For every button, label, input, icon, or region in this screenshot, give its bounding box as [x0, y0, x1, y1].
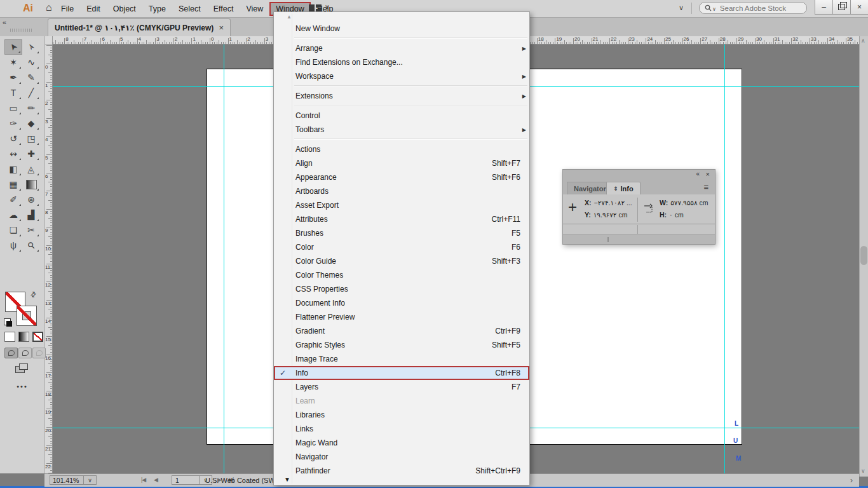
- none-button[interactable]: [32, 332, 43, 342]
- minimize-button[interactable]: –: [815, 0, 833, 15]
- swap-fill-stroke-icon[interactable]: ⇄: [29, 290, 39, 300]
- color-button[interactable]: [4, 332, 15, 342]
- tab-info[interactable]: ⇕Info: [606, 182, 641, 194]
- restore-button[interactable]: [832, 0, 851, 15]
- guide-vertical-right[interactable]: [724, 44, 725, 473]
- menu-item-find-extensions-on-exchange[interactable]: Find Extensions on Exchange...: [274, 55, 529, 69]
- panel-close-icon[interactable]: ×: [706, 170, 710, 178]
- menubar-item-edit[interactable]: Edit: [80, 2, 107, 16]
- lasso-tool[interactable]: ∿: [22, 55, 40, 70]
- menu-item-gradient[interactable]: GradientCtrl+F9: [274, 324, 529, 338]
- menubar-item-select[interactable]: Select: [172, 2, 207, 16]
- workspace-chevron-icon[interactable]: ∨: [325, 3, 329, 10]
- rectangle-tool[interactable]: ▭: [4, 100, 22, 116]
- menu-item-toolbars[interactable]: Toolbars▶: [274, 123, 529, 137]
- close-button[interactable]: ×: [850, 0, 868, 15]
- rotate-tool[interactable]: ↺: [4, 131, 22, 146]
- menu-item-image-trace[interactable]: Image Trace: [274, 352, 529, 366]
- collapse-panel-icon[interactable]: «: [3, 18, 6, 26]
- menu-item-control[interactable]: Control: [274, 109, 529, 123]
- menu-item-align[interactable]: AlignShift+F7: [274, 156, 529, 170]
- tab-close-icon[interactable]: ×: [219, 23, 224, 32]
- draw-normal-button[interactable]: [4, 348, 18, 358]
- menubar-item-file[interactable]: File: [55, 2, 80, 16]
- menu-item-color-themes[interactable]: Color Themes: [274, 268, 529, 282]
- menu-item-attributes[interactable]: AttributesCtrl+F11: [274, 212, 529, 226]
- guide-vertical-left[interactable]: [224, 44, 224, 473]
- edit-toolbar-button[interactable]: •••: [0, 383, 44, 390]
- perspective-grid-tool[interactable]: ◬: [22, 161, 40, 177]
- stroke-swatch[interactable]: [17, 306, 37, 326]
- scroll-down-icon[interactable]: ∨: [861, 468, 865, 474]
- menu-item-workspace[interactable]: Workspace▶: [274, 69, 529, 83]
- menu-item-navigator[interactable]: Navigator: [274, 450, 529, 464]
- eyedropper-tool[interactable]: ✐: [4, 192, 22, 207]
- direct-selection-tool[interactable]: ➢: [22, 39, 40, 55]
- screen-mode-button[interactable]: [15, 363, 28, 373]
- menu-item-color[interactable]: ColorF6: [274, 240, 529, 254]
- type-tool[interactable]: T: [4, 85, 22, 100]
- menu-scroll-up-icon[interactable]: ▲: [287, 14, 292, 20]
- toolbar-overflow-chevron-icon[interactable]: ∨: [679, 4, 684, 12]
- menu-scroll-down-icon[interactable]: ▼: [284, 476, 290, 483]
- collapse-to-icons-icon[interactable]: «: [696, 170, 700, 177]
- draw-behind-button[interactable]: [18, 348, 32, 358]
- document-tab[interactable]: Untitled-1* @ ۱۰۱,۴۱٪ (CMYK/GPU Preview)…: [48, 18, 231, 36]
- width-tool[interactable]: ↭: [4, 146, 22, 161]
- panel-menu-icon[interactable]: ≡: [703, 182, 709, 192]
- menubar-item-view[interactable]: View: [240, 2, 269, 16]
- menu-item-actions[interactable]: Actions: [274, 142, 529, 156]
- shape-builder-tool[interactable]: ◧: [4, 161, 22, 177]
- scrollbar-thumb[interactable]: [860, 246, 867, 265]
- first-artboard-button[interactable]: |◀: [141, 477, 146, 483]
- scroll-up-icon[interactable]: ∧: [861, 37, 865, 44]
- menu-item-artboards[interactable]: Artboards: [274, 184, 529, 198]
- mesh-tool[interactable]: ▦: [4, 177, 22, 192]
- shaper-tool[interactable]: ✑: [4, 116, 22, 131]
- menu-item-extensions[interactable]: Extensions▶: [274, 89, 529, 103]
- gradient-button[interactable]: [18, 332, 29, 342]
- vertical-scrollbar[interactable]: ∧ ∨: [859, 36, 868, 477]
- search-box[interactable]: ∨: [699, 2, 807, 14]
- home-icon[interactable]: ⌂: [46, 2, 52, 13]
- menu-item-brushes[interactable]: BrushesF5: [274, 226, 529, 240]
- menu-item-info[interactable]: ✓InfoCtrl+F8: [274, 366, 529, 380]
- menu-item-magic-wand[interactable]: Magic Wand: [274, 436, 529, 450]
- eraser-tool[interactable]: ◆: [22, 116, 40, 131]
- hand-tool[interactable]: ψ: [4, 238, 22, 253]
- line-segment-tool[interactable]: ╱: [22, 85, 40, 100]
- column-graph-tool[interactable]: ▟: [22, 207, 40, 222]
- free-transform-tool[interactable]: ✚: [22, 146, 40, 161]
- paintbrush-tool[interactable]: ✏: [22, 100, 40, 116]
- curvature-tool[interactable]: ✎: [22, 70, 40, 85]
- menu-item-color-guide[interactable]: Color GuideShift+F3: [274, 254, 529, 268]
- menu-item-graphic-styles[interactable]: Graphic StylesShift+F5: [274, 338, 529, 352]
- menu-item-document-info[interactable]: Document Info: [274, 296, 529, 310]
- artboard-tool[interactable]: ❏: [4, 222, 22, 238]
- blend-tool[interactable]: ⊛: [22, 192, 40, 207]
- previous-artboard-button[interactable]: ◀: [154, 477, 158, 483]
- zoom-level-field[interactable]: 101.41%: [50, 475, 84, 485]
- menu-item-links[interactable]: Links: [274, 422, 529, 436]
- info-panel-resize-grip[interactable]: [563, 234, 715, 244]
- menu-item-css-properties[interactable]: CSS Properties: [274, 282, 529, 296]
- search-scope-chevron-icon[interactable]: ∨: [712, 6, 716, 12]
- gradient-tool[interactable]: [22, 177, 40, 192]
- menu-item-flattener-preview[interactable]: Flattener Preview: [274, 310, 529, 324]
- menu-item-asset-export[interactable]: Asset Export: [274, 198, 529, 212]
- default-fill-stroke-icon[interactable]: [4, 318, 11, 325]
- search-input[interactable]: [719, 4, 797, 13]
- ruler-corner[interactable]: [44, 36, 53, 44]
- scroll-right-icon[interactable]: ›: [850, 476, 853, 485]
- menu-item-pathfinder[interactable]: PathfinderShift+Ctrl+F9: [274, 464, 529, 478]
- menu-item-libraries[interactable]: Libraries: [274, 408, 529, 422]
- pen-tool[interactable]: ✒: [4, 70, 22, 85]
- magic-wand-tool[interactable]: ✶: [4, 55, 22, 70]
- info-panel-header[interactable]: « ×: [563, 170, 715, 180]
- zoom-dropdown-chevron-icon[interactable]: ∨: [84, 475, 97, 485]
- zoom-tool[interactable]: ⚲: [22, 238, 40, 253]
- artboard-number-field[interactable]: 1: [172, 475, 200, 485]
- menu-item-arrange[interactable]: Arrange▶: [274, 41, 529, 55]
- menu-item-appearance[interactable]: AppearanceShift+F6: [274, 170, 529, 184]
- menu-item-new-window[interactable]: New Window: [274, 22, 529, 36]
